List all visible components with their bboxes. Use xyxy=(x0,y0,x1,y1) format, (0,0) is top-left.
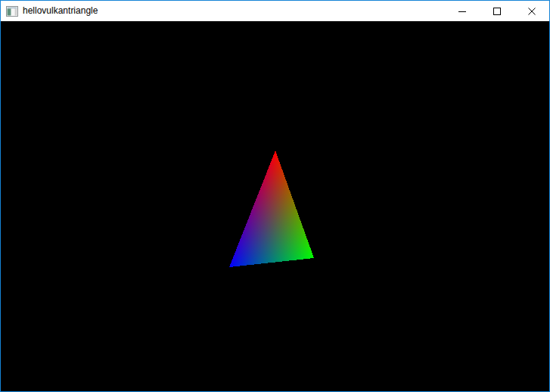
triangle-green-layer xyxy=(229,151,314,267)
titlebar[interactable]: hellovulkantriangle xyxy=(1,1,549,21)
window-controls xyxy=(445,1,549,21)
app-window: hellovulkantriangle xyxy=(0,0,550,392)
maximize-button[interactable] xyxy=(480,1,514,21)
maximize-icon xyxy=(493,8,501,15)
minimize-button[interactable] xyxy=(445,1,480,21)
vulkan-viewport xyxy=(1,21,549,391)
close-button[interactable] xyxy=(514,1,549,21)
window-title: hellovulkantriangle xyxy=(23,1,98,21)
gradient-triangle xyxy=(1,21,549,391)
minimize-icon xyxy=(458,8,466,15)
close-icon xyxy=(528,8,536,15)
app-icon xyxy=(6,5,18,17)
